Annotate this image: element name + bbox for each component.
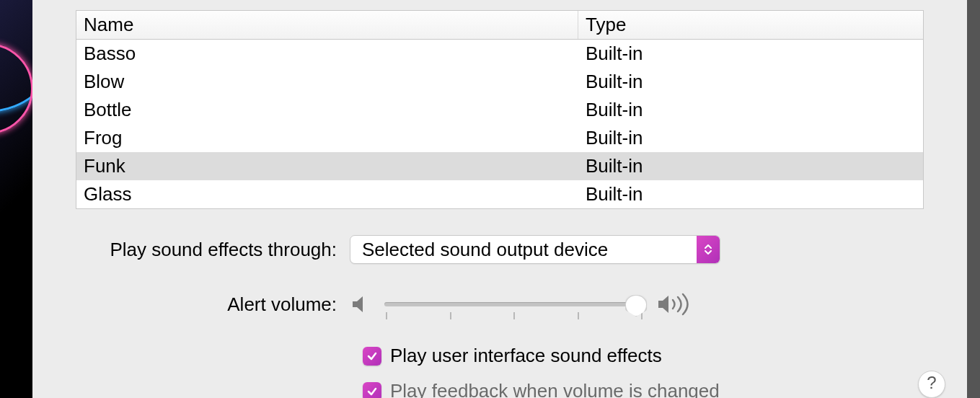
alert-volume-label: Alert volume: (76, 293, 350, 316)
column-header-type[interactable]: Type (578, 11, 923, 39)
question-mark-icon: ? (927, 373, 936, 393)
column-header-name[interactable]: Name (76, 11, 578, 39)
table-row[interactable]: BottleBuilt-in (76, 96, 923, 124)
sound-name-cell: Glass (76, 183, 578, 205)
checkbox-checked-icon (363, 382, 381, 399)
output-device-dropdown[interactable]: Selected sound output device (350, 235, 720, 264)
output-device-row: Play sound effects through: Selected sou… (76, 235, 924, 264)
table-body: BassoBuilt-inBlowBuilt-inBottleBuilt-inF… (76, 40, 923, 208)
table-header: Name Type (76, 11, 923, 40)
volume-high-icon (657, 291, 697, 317)
output-device-label: Play sound effects through: (76, 239, 350, 261)
sound-type-cell: Built-in (578, 71, 923, 93)
sound-name-cell: Bottle (76, 99, 578, 121)
updown-chevrons-icon (697, 236, 720, 263)
table-row[interactable]: BlowBuilt-in (76, 68, 923, 96)
volume-feedback-label: Play feedback when volume is changed (390, 380, 720, 398)
desktop-background-left (0, 0, 32, 398)
form-area: Play sound effects through: Selected sou… (76, 235, 924, 398)
volume-feedback-checkbox-row[interactable]: Play feedback when volume is changed (363, 380, 924, 398)
ui-sounds-checkbox-row[interactable]: Play user interface sound effects (363, 345, 924, 367)
sound-type-cell: Built-in (578, 99, 923, 121)
output-device-value: Selected sound output device (362, 239, 608, 261)
table-row[interactable]: BassoBuilt-in (76, 40, 923, 68)
sound-preferences-panel: Name Type BassoBuilt-inBlowBuilt-inBottl… (32, 0, 967, 398)
sound-type-cell: Built-in (578, 155, 923, 177)
alert-sounds-table: Name Type BassoBuilt-inBlowBuilt-inBottl… (76, 10, 924, 209)
table-row[interactable]: FunkBuilt-in (76, 152, 923, 180)
alert-volume-control (350, 291, 697, 317)
sound-type-cell: Built-in (578, 183, 923, 205)
ui-sounds-label: Play user interface sound effects (390, 345, 662, 367)
table-row[interactable]: GlassBuilt-in (76, 180, 923, 208)
sound-type-cell: Built-in (578, 43, 923, 65)
desktop-background-right (967, 0, 980, 398)
sound-name-cell: Frog (76, 127, 578, 149)
sound-type-cell: Built-in (578, 127, 923, 149)
alert-volume-row: Alert volume: (76, 291, 924, 317)
volume-low-icon (350, 293, 371, 315)
sound-name-cell: Blow (76, 71, 578, 93)
table-row[interactable]: FrogBuilt-in (76, 124, 923, 152)
alert-volume-slider[interactable] (384, 302, 644, 306)
sound-name-cell: Basso (76, 43, 578, 65)
checkbox-checked-icon (363, 347, 381, 366)
sound-name-cell: Funk (76, 155, 578, 177)
help-button[interactable]: ? (918, 371, 945, 398)
